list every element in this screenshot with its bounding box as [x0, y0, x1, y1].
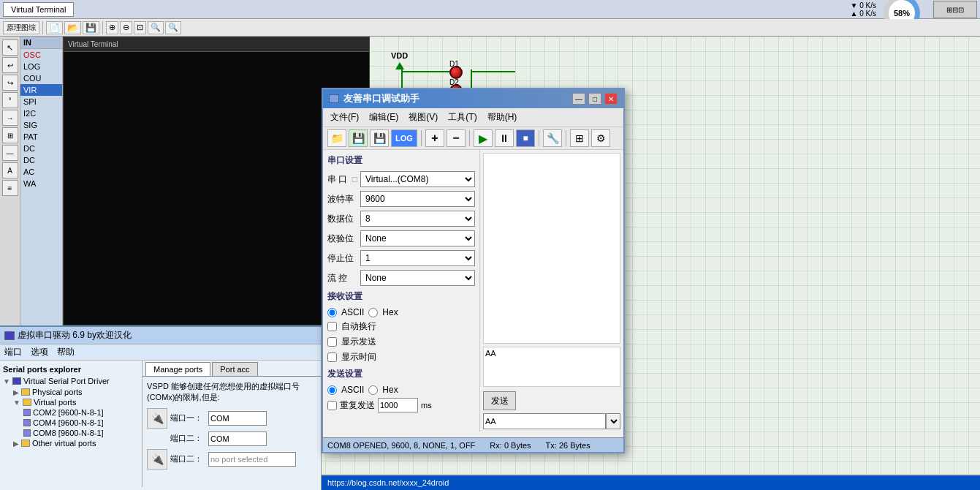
send-button[interactable]: 发送: [483, 391, 516, 410]
menu-edit[interactable]: 编辑(E): [365, 110, 403, 125]
tool-rotate[interactable]: °: [2, 92, 18, 108]
dialog-title-text: 友善串口调试助手: [343, 92, 419, 105]
tree-com8[interactable]: COM8 [9600-N-8-1]: [3, 428, 139, 438]
recv-hex-radio[interactable]: [368, 308, 378, 317]
tb-icon-fit[interactable]: ⊡: [134, 21, 146, 34]
show-time-label: 显示时间: [341, 351, 376, 363]
vspd-menu-options[interactable]: 选项: [31, 346, 48, 358]
comp-i2c[interactable]: I2C: [20, 108, 62, 119]
tb-minus[interactable]: −: [447, 129, 466, 147]
comp-ac[interactable]: AC: [20, 166, 62, 178]
toolbar-btn-schematic[interactable]: 原理图综: [3, 21, 39, 34]
menu-view[interactable]: 视图(V): [404, 110, 442, 125]
stopbits-select[interactable]: 1: [360, 250, 475, 266]
tree-root-item[interactable]: ▼ Virtual Serial Port Driver: [3, 375, 139, 387]
port2-input[interactable]: [208, 431, 267, 446]
send-hex-radio[interactable]: [368, 385, 378, 395]
show-send-check[interactable]: [327, 337, 337, 347]
app-tab-vt[interactable]: Virtual Terminal: [3, 2, 74, 17]
tb-add-window[interactable]: ⊞: [570, 129, 589, 147]
tree-com2[interactable]: COM2 [9600-N-8-1]: [3, 407, 139, 418]
databits-row: 数据位 8: [327, 211, 475, 227]
databits-select[interactable]: 8: [360, 211, 475, 227]
flowctrl-select[interactable]: None: [360, 270, 475, 286]
dialog-titlebar: 友善串口调试助手 — □ ✕: [323, 89, 623, 108]
comp-vir[interactable]: VIR: [20, 84, 62, 96]
vspd-menu-port[interactable]: 端口: [4, 346, 22, 358]
tb-icon-new[interactable]: 📄: [46, 21, 63, 34]
stopbits-row: 停止位 1: [327, 250, 475, 266]
tb-pause[interactable]: ⏸: [495, 129, 514, 147]
port1-input[interactable]: [208, 411, 267, 426]
send-ascii-label: ASCII: [341, 385, 364, 395]
tool-redo[interactable]: ↪: [2, 75, 18, 91]
recv-ascii-radio[interactable]: [327, 308, 337, 317]
port-select[interactable]: Virtual...(COM8): [360, 171, 475, 187]
comp-wa[interactable]: WA: [20, 178, 62, 189]
tb-icon-zoomin[interactable]: ⊕: [106, 21, 118, 34]
comp-dc2[interactable]: DC: [20, 154, 62, 166]
dialog-maximize-btn[interactable]: □: [588, 93, 601, 105]
parity-select[interactable]: None: [360, 230, 475, 246]
tb-save[interactable]: 💾: [370, 129, 389, 147]
tb-icon-zoomin2[interactable]: 🔍: [148, 21, 164, 34]
tool-component[interactable]: ⊞: [2, 127, 18, 143]
vspd-panel: 虚拟串口驱动 6.9 by欢迎汉化 端口 选项 帮助 Serial ports …: [0, 325, 322, 490]
tree-virtual-ports[interactable]: ▼ Virtual ports: [3, 397, 139, 407]
tab-port-acc[interactable]: Port acc: [212, 362, 257, 376]
comp-log[interactable]: LOG: [20, 61, 62, 72]
repeat-check[interactable]: [327, 401, 337, 410]
tree-other-ports[interactable]: ▶ Other virtual ports: [3, 438, 139, 448]
port3-input[interactable]: [208, 452, 296, 467]
receive-textarea[interactable]: [483, 153, 620, 344]
speed-down: ▼ 0 K/s: [851, 1, 876, 10]
tb-icon-open[interactable]: 📂: [64, 21, 81, 34]
send-text-input[interactable]: [483, 413, 606, 429]
d1-group: D1: [449, 59, 459, 69]
tool-select[interactable]: ↖: [2, 39, 18, 56]
tool-undo[interactable]: ↩: [2, 57, 18, 73]
comp-pat[interactable]: PAT: [20, 131, 62, 143]
send-ascii-radio[interactable]: [327, 385, 337, 395]
menu-tools[interactable]: 工具(T): [444, 110, 481, 125]
tb-settings[interactable]: 🔧: [543, 129, 562, 147]
comp-cou[interactable]: COU: [20, 72, 62, 84]
tb-folder[interactable]: 📁: [327, 129, 346, 147]
menu-file[interactable]: 文件(F): [326, 110, 363, 125]
tab-manage-ports[interactable]: Manage ports: [145, 362, 210, 376]
tool-label[interactable]: A: [2, 162, 18, 178]
tool-wire[interactable]: —: [2, 145, 18, 161]
dialog-minimize-btn[interactable]: —: [572, 93, 585, 105]
port1-label: 端口一：: [170, 412, 205, 423]
right-status-area: ▼ 0 K/s ▲ 0 K/s 58% ⊞⊟⊡: [851, 0, 980, 19]
send-combo-arrow[interactable]: ▼: [606, 413, 620, 429]
tb-stop[interactable]: ■: [516, 129, 535, 147]
tb-icon-zoomout[interactable]: ⊖: [120, 21, 132, 34]
dialog-title-icon: [329, 94, 339, 103]
comp-osc[interactable]: OSC: [20, 49, 62, 61]
tb-log-btn[interactable]: LOG: [391, 129, 417, 147]
tool-arrow-right[interactable]: →: [2, 110, 18, 126]
comp-sig[interactable]: SIG: [20, 119, 62, 131]
port2-row: 端口二：: [147, 431, 316, 446]
baud-label: 波特率: [327, 193, 360, 206]
dialog-close-btn[interactable]: ✕: [604, 93, 618, 105]
menu-help[interactable]: 帮助(H): [483, 110, 522, 125]
tb-gear[interactable]: ⚙: [591, 129, 610, 147]
tb-icon-zoomout2[interactable]: 🔍: [165, 21, 181, 34]
auto-newline-check[interactable]: [327, 322, 337, 331]
tb-icon-save[interactable]: 💾: [83, 21, 99, 34]
show-time-check[interactable]: [327, 353, 337, 362]
repeat-interval-input[interactable]: [378, 398, 418, 412]
tool-bus[interactable]: ≡: [2, 180, 18, 196]
comp-dc1[interactable]: DC: [20, 143, 62, 154]
vspd-menu-help[interactable]: 帮助: [57, 346, 75, 358]
tree-com4-icon: [23, 419, 31, 426]
tree-com4[interactable]: COM4 [9600-N-8-1]: [3, 418, 139, 428]
tree-physical-ports[interactable]: ▶ Physical ports: [3, 387, 139, 397]
baud-select[interactable]: 9600: [360, 191, 475, 207]
comp-spi[interactable]: SPI: [20, 96, 62, 108]
tb-plus[interactable]: +: [425, 129, 444, 147]
tb-save-green[interactable]: 💾: [349, 129, 368, 147]
tb-play[interactable]: ▶: [474, 129, 493, 147]
